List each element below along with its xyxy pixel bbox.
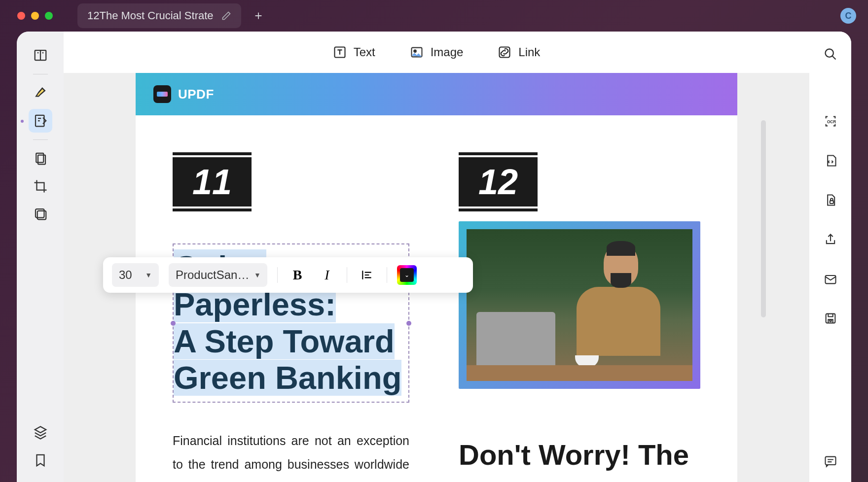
app-window: Text Image Link UPDF 11	[17, 32, 851, 482]
selection-handle-right[interactable]	[406, 321, 411, 326]
brand-label: UPDF	[178, 87, 214, 102]
tab-bar: 12The Most Crucial Strate	[77, 3, 266, 28]
svg-text:OCR: OCR	[827, 120, 836, 124]
popover-divider	[277, 267, 278, 283]
bold-button[interactable]: B	[288, 265, 307, 285]
sidebar-divider	[33, 139, 48, 140]
image-icon	[410, 45, 424, 59]
email-icon[interactable]	[820, 268, 841, 290]
align-left-icon	[361, 269, 373, 281]
bookmark-icon[interactable]	[29, 448, 52, 472]
highlighter-icon[interactable]	[29, 81, 52, 105]
link-tool-button[interactable]: Link	[498, 45, 540, 59]
tab-title: 12The Most Crucial Strate	[87, 9, 214, 22]
scrollbar[interactable]	[761, 120, 766, 317]
text-tool-button[interactable]: Text	[333, 45, 375, 59]
section-number: 11	[192, 162, 232, 202]
heading-text[interactable]: Don't Worry! The	[459, 438, 700, 471]
selection-handle-left[interactable]	[171, 321, 176, 326]
layers-icon[interactable]	[29, 421, 52, 445]
edit-toolbar: Text Image Link	[64, 32, 809, 73]
avatar[interactable]: C	[840, 8, 856, 24]
section-number-box: 12	[459, 157, 538, 207]
close-window-button[interactable]	[17, 12, 25, 20]
text-color-button[interactable]: ⌄	[397, 265, 417, 285]
article-image[interactable]	[459, 221, 700, 389]
font-size-value: 30	[119, 268, 132, 282]
document-content: 11 Going Paperless: A Step Toward Green …	[136, 115, 737, 482]
popover-divider	[387, 267, 387, 283]
text-format-popover: 30 ▼ ProductSans-B ▼ B I ⌄	[103, 257, 473, 293]
edit-mode-icon[interactable]	[29, 109, 52, 133]
link-tool-label: Link	[518, 45, 540, 59]
column-right: 12 Don't Worry! The	[459, 157, 700, 482]
save-icon[interactable]	[820, 308, 841, 329]
new-tab-button[interactable]	[251, 8, 266, 23]
italic-button[interactable]: I	[317, 265, 337, 285]
column-left: 11 Going Paperless: A Step Toward Green …	[173, 157, 409, 482]
heading-line-2: A Step Toward	[174, 323, 395, 359]
reader-mode-icon[interactable]	[29, 43, 52, 67]
maximize-window-button[interactable]	[45, 12, 53, 20]
document-header: UPDF	[136, 73, 737, 115]
font-family-value: ProductSans-B	[176, 268, 251, 282]
sidebar-divider	[33, 74, 48, 74]
window-controls	[17, 12, 53, 20]
section-number-box: 11	[173, 157, 252, 207]
popover-divider	[347, 267, 347, 283]
minimize-window-button[interactable]	[31, 12, 39, 20]
text-tool-label: Text	[354, 45, 375, 59]
redact-icon[interactable]	[29, 202, 52, 226]
right-sidebar: OCR	[809, 32, 851, 482]
body-paragraph[interactable]: Financial institutions are not an except…	[173, 429, 409, 482]
crop-icon[interactable]	[29, 174, 52, 198]
canvas-area[interactable]: UPDF 11 Going Paperless: A Step Toward	[64, 73, 809, 482]
main-area: Text Image Link UPDF 11	[64, 32, 809, 482]
protect-icon[interactable]	[820, 189, 841, 211]
image-tool-label: Image	[431, 45, 464, 59]
left-sidebar	[17, 32, 64, 482]
comment-icon[interactable]	[820, 450, 841, 472]
font-size-select[interactable]: 30 ▼	[112, 263, 159, 287]
chevron-down-icon: ▼	[145, 271, 152, 279]
svg-point-10	[825, 49, 833, 57]
convert-icon[interactable]	[820, 150, 841, 172]
search-icon[interactable]	[820, 43, 841, 65]
align-button[interactable]	[357, 265, 377, 285]
svg-rect-16	[825, 457, 835, 465]
text-icon	[333, 45, 347, 59]
heading-line-3: Green Banking	[174, 360, 401, 396]
avatar-initial: C	[845, 11, 852, 21]
link-icon	[498, 45, 511, 59]
article-image-content	[467, 229, 692, 381]
svg-rect-9	[500, 47, 510, 58]
svg-point-15	[830, 320, 832, 322]
share-icon[interactable]	[820, 229, 841, 250]
chevron-down-icon: ▼	[254, 271, 260, 279]
organize-pages-icon[interactable]	[29, 147, 52, 171]
active-indicator	[21, 120, 24, 123]
font-family-select[interactable]: ProductSans-B ▼	[169, 263, 267, 287]
section-number: 12	[478, 162, 518, 202]
svg-point-8	[414, 50, 416, 52]
chevron-down-icon: ⌄	[400, 268, 414, 282]
updf-logo	[153, 85, 171, 103]
document-tab[interactable]: 12The Most Crucial Strate	[77, 3, 241, 28]
titlebar: 12The Most Crucial Strate C	[0, 0, 868, 32]
ocr-icon[interactable]: OCR	[820, 110, 841, 132]
edit-tab-icon[interactable]	[221, 11, 231, 21]
image-tool-button[interactable]: Image	[410, 45, 464, 59]
svg-rect-12	[830, 201, 833, 204]
